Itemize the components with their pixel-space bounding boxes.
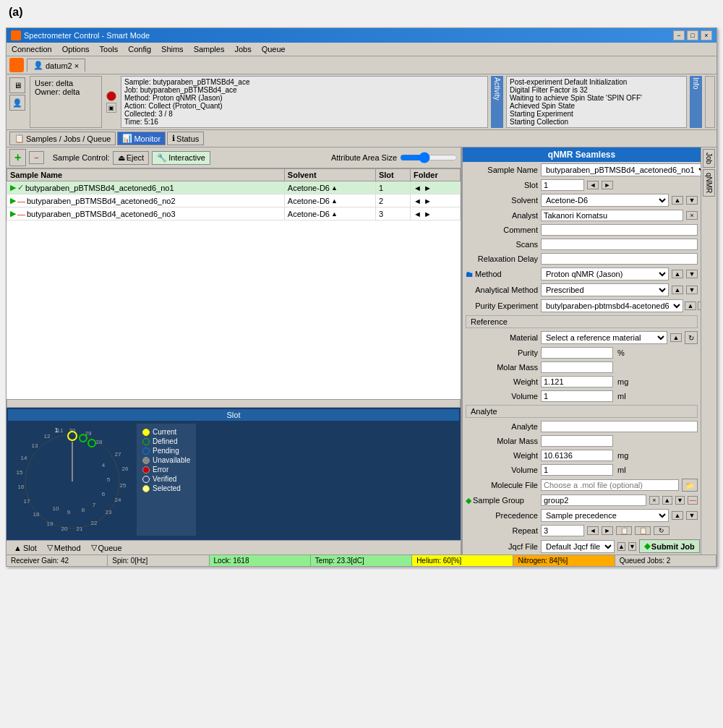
analyte-molar-mass-input[interactable]	[541, 435, 613, 447]
ref-volume-input[interactable]: 1	[541, 390, 613, 402]
menu-shims[interactable]: Shims	[159, 44, 186, 54]
activity-tab[interactable]: Activity	[491, 76, 503, 128]
row3-play-icon[interactable]: ▶	[10, 209, 16, 218]
row1-folder[interactable]: ◄ ►	[411, 181, 461, 194]
precedence-spin-up[interactable]: ▲	[672, 511, 683, 520]
sample-group-spin-up[interactable]: ▲	[662, 496, 672, 505]
solvent-select[interactable]: Acetone-D6	[541, 194, 669, 207]
attr-area-slider[interactable]	[400, 152, 458, 163]
row1-solvent-spin-up[interactable]: ▲	[331, 184, 338, 192]
tab-status[interactable]: ℹ Status	[167, 132, 204, 145]
slot-next[interactable]: ►	[602, 181, 613, 189]
side-tab-qnmr[interactable]: qNMR	[703, 169, 715, 197]
row3-arrow-right[interactable]: ►	[424, 210, 432, 218]
repeat-btn1[interactable]: 📋	[616, 526, 632, 535]
menu-config[interactable]: Config	[126, 44, 153, 54]
menu-queue[interactable]: Queue	[260, 44, 288, 54]
material-select[interactable]: Select a reference material	[541, 331, 667, 344]
remove-sample-button[interactable]: −	[29, 151, 43, 164]
repeat-next[interactable]: ►	[602, 526, 613, 535]
molecule-file-input[interactable]	[541, 479, 679, 491]
material-spin-up[interactable]: ▲	[670, 333, 682, 342]
repeat-input[interactable]: 3	[541, 525, 584, 536]
tab-samples-jobs-queue[interactable]: 📋 Samples / Jobs / Queue	[9, 132, 116, 145]
solvent-spin-down[interactable]: ▼	[686, 196, 698, 205]
maximize-button[interactable]: □	[687, 30, 698, 40]
analyte-input[interactable]	[541, 421, 698, 432]
precedence-select[interactable]: Sample precedence	[541, 509, 669, 522]
slot-prev[interactable]: ◄	[587, 181, 599, 189]
table-scrollbar-h[interactable]	[7, 399, 461, 408]
datum-tab[interactable]: 👤 datum2 ×	[27, 59, 85, 72]
menu-options[interactable]: Options	[60, 44, 92, 54]
tab-slot[interactable]: ▲ Slot	[9, 542, 41, 553]
sample-group-input[interactable]: group2	[541, 494, 646, 506]
analytical-spin-down[interactable]: ▼	[686, 286, 698, 294]
datum-close-icon[interactable]: ×	[74, 61, 79, 70]
minimize-button[interactable]: −	[673, 30, 685, 40]
analyte-weight-input[interactable]: 10.6136	[541, 450, 613, 461]
row3-arrow-left[interactable]: ◄	[414, 210, 422, 218]
analyst-clear[interactable]: ×	[686, 211, 698, 220]
table-row[interactable]: ▶ — butyparaben_pBTMSBd4_acetoned6_no3 A…	[7, 207, 461, 220]
jqcf-select[interactable]: Default Jqcf file	[541, 540, 615, 553]
add-sample-button[interactable]: +	[9, 149, 26, 166]
row2-arrow-right[interactable]: ►	[424, 197, 432, 205]
menu-tools[interactable]: Tools	[98, 44, 121, 54]
side-tab-job[interactable]: Job	[703, 149, 715, 168]
repeat-btn2[interactable]: 📋	[635, 526, 651, 535]
slot-panel: Slot 30 29 28	[7, 408, 461, 540]
sample-name-select[interactable]: butyparaben_pBTMSBd4_acetoned6_no1	[541, 163, 701, 176]
molecule-file-browse[interactable]: 📁	[682, 479, 698, 492]
comment-input[interactable]	[541, 224, 698, 236]
close-button[interactable]: ×	[701, 30, 712, 40]
interactive-button[interactable]: 🔧 Interactive	[152, 151, 210, 165]
row3-solvent-spin-up[interactable]: ▲	[331, 210, 338, 218]
ref-purity-input[interactable]	[541, 347, 613, 359]
method-spin-down[interactable]: ▼	[686, 270, 698, 278]
analyst-input[interactable]: Takanori Komatsu	[541, 210, 683, 221]
info-scrollbar[interactable]	[705, 76, 715, 128]
submit-job-button[interactable]: ◆ Submit Job	[639, 539, 700, 553]
scans-input[interactable]	[541, 239, 698, 250]
analytical-spin-up[interactable]: ▲	[672, 286, 683, 294]
row1-arrow-right[interactable]: ►	[424, 184, 432, 192]
relaxation-input[interactable]	[541, 253, 698, 265]
info-tab[interactable]: Info	[690, 76, 702, 128]
tab-monitor[interactable]: 📊 Monitor	[117, 132, 166, 145]
row2-folder[interactable]: ◄ ►	[411, 194, 461, 207]
purity-exp-spin-up[interactable]: ▲	[685, 301, 696, 310]
row2-arrow-left[interactable]: ◄	[414, 197, 422, 205]
table-row[interactable]: ▶ — butyparaben_pBTMSBd4_acetoned6_no2 A…	[7, 194, 461, 207]
jqcf-spin-up[interactable]: ▲	[617, 542, 625, 551]
menu-samples[interactable]: Samples	[192, 44, 227, 54]
menu-connection[interactable]: Connection	[9, 44, 54, 54]
row2-play-icon[interactable]: ▶	[10, 196, 16, 205]
method-spin-up[interactable]: ▲	[672, 270, 683, 278]
eject-button[interactable]: ⏏ Eject	[113, 151, 149, 165]
row2-solvent-spin-up[interactable]: ▲	[331, 197, 338, 205]
analytical-method-select[interactable]: Prescribed	[541, 283, 669, 296]
tab-method[interactable]: ▽ Method	[43, 542, 85, 553]
analyte-volume-input[interactable]: 1	[541, 464, 613, 476]
sample-group-clear[interactable]: ×	[649, 496, 659, 505]
repeat-btn3[interactable]: ↻	[654, 526, 669, 535]
sample-group-remove[interactable]: —	[688, 496, 698, 505]
row1-arrow-left[interactable]: ◄	[414, 184, 422, 192]
sample-group-spin-down[interactable]: ▼	[675, 496, 685, 505]
row1-play-icon[interactable]: ▶	[10, 183, 16, 192]
solvent-spin-up[interactable]: ▲	[672, 196, 683, 205]
repeat-prev[interactable]: ◄	[587, 526, 599, 535]
method-select[interactable]: Proton qNMR (Jason)	[541, 267, 669, 281]
material-refresh[interactable]: ↻	[685, 331, 698, 344]
ref-weight-input[interactable]: 1.121	[541, 376, 613, 387]
purity-exp-select[interactable]: butylparaben-pbtmsbd4-acetoned6	[541, 299, 683, 312]
table-row[interactable]: ▶ ✓ butyparaben_pBTMSBd4_acetoned6_no1 A…	[7, 181, 461, 194]
precedence-spin-down[interactable]: ▼	[686, 511, 698, 520]
row3-folder[interactable]: ◄ ►	[411, 207, 461, 220]
tab-queue[interactable]: ▽ Queue	[87, 542, 127, 553]
jqcf-spin-down[interactable]: ▼	[628, 542, 636, 551]
slot-input[interactable]: 1	[541, 179, 584, 191]
menu-jobs[interactable]: Jobs	[232, 44, 253, 54]
ref-molar-mass-input[interactable]	[541, 361, 613, 373]
